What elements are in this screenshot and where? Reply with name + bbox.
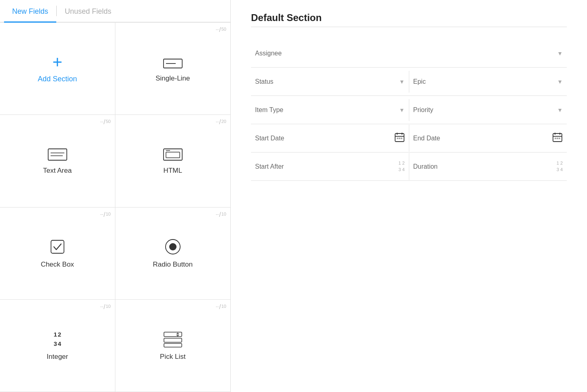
end-date-label: End Date	[413, 135, 549, 142]
add-section-plus-icon: +	[52, 54, 62, 71]
item-type-dropdown-arrow: ▼	[399, 107, 405, 113]
html-label: HTML	[164, 167, 182, 175]
epic-dropdown-arrow: ▼	[557, 78, 563, 85]
text-area-label: Text Area	[43, 167, 72, 175]
duration-number-icon: 12 34	[557, 160, 563, 173]
item-type-field[interactable]: Item Type ▼	[251, 99, 409, 121]
svg-rect-12	[164, 338, 182, 342]
svg-rect-26	[555, 138, 556, 139]
text-area-badge: -- / 50	[100, 119, 111, 125]
svg-rect-27	[557, 138, 558, 139]
status-field[interactable]: Status ▼	[251, 71, 409, 93]
end-date-calendar-icon	[552, 132, 563, 144]
fields-grid: + Add Section -- / 50 Single-Line -- /	[0, 23, 230, 392]
duration-label: Duration	[413, 163, 553, 170]
duration-field[interactable]: Duration 12 34	[409, 153, 567, 180]
check-box-icon	[49, 238, 66, 256]
check-box-label: Check Box	[41, 261, 74, 269]
text-area-icon	[47, 147, 68, 162]
start-after-number-icon: 12 34	[398, 160, 404, 173]
status-label: Status	[255, 78, 395, 85]
right-panel: Default Section Assignee ▼ Status ▼ Epic…	[231, 0, 587, 392]
priority-field[interactable]: Priority ▼	[409, 99, 567, 121]
pick-list-badge: -- / 10	[216, 304, 226, 310]
status-epic-row: Status ▼ Epic ▼	[251, 68, 567, 96]
epic-field[interactable]: Epic ▼	[409, 71, 567, 93]
html-cell[interactable]: -- / 20 HTML	[115, 115, 231, 207]
tab-unused-fields[interactable]: Unused Fields	[57, 0, 119, 23]
left-panel: New Fields Unused Fields + Add Section -…	[0, 0, 231, 392]
integer-cell[interactable]: -- / 10 12 34 Integer	[0, 300, 115, 392]
single-line-icon	[163, 55, 183, 70]
check-box-cell[interactable]: -- / 10 Check Box	[0, 208, 115, 300]
epic-label: Epic	[413, 78, 553, 85]
start-after-label: Start After	[255, 163, 394, 170]
assignee-row: Assignee ▼	[251, 39, 567, 68]
integer-badge: -- / 10	[100, 304, 111, 310]
check-box-badge: -- / 10	[100, 212, 111, 218]
single-line-label: Single-Line	[155, 74, 190, 83]
svg-rect-19	[397, 138, 398, 139]
start-end-date-row: Start Date End Date	[251, 124, 567, 153]
start-after-field[interactable]: Start After 12 34	[251, 153, 409, 180]
add-section-label: Add Section	[38, 75, 77, 83]
svg-point-10	[169, 243, 177, 250]
tab-new-fields[interactable]: New Fields	[4, 0, 56, 23]
priority-dropdown-arrow: ▼	[557, 107, 563, 113]
integer-icon: 12 34	[53, 330, 61, 348]
svg-rect-2	[48, 149, 67, 160]
html-badge: -- / 20	[216, 119, 226, 125]
item-type-label: Item Type	[255, 106, 395, 114]
start-date-label: Start Date	[255, 135, 390, 142]
assignee-label: Assignee	[255, 50, 553, 57]
pick-list-label: Pick List	[160, 353, 185, 361]
svg-rect-11	[164, 332, 182, 337]
svg-rect-8	[51, 240, 64, 253]
html-icon	[163, 147, 183, 162]
single-line-badge: -- / 50	[216, 27, 226, 33]
tabs-container: New Fields Unused Fields	[0, 0, 230, 23]
status-dropdown-arrow: ▼	[399, 78, 405, 85]
priority-label: Priority	[413, 106, 553, 114]
svg-rect-13	[164, 343, 182, 347]
add-section-cell[interactable]: + Add Section	[0, 23, 115, 115]
single-line-cell[interactable]: -- / 50 Single-Line	[115, 23, 231, 115]
start-after-duration-row: Start After 12 34 Duration 12 34	[251, 153, 567, 181]
integer-label: Integer	[47, 353, 68, 361]
section-title: Default Section	[251, 12, 567, 23]
assignee-dropdown-arrow: ▼	[557, 50, 563, 57]
assignee-field[interactable]: Assignee ▼	[251, 42, 567, 64]
section-divider	[251, 27, 567, 27]
end-date-field[interactable]: End Date	[409, 125, 567, 152]
start-date-calendar-icon	[394, 132, 405, 144]
start-date-field[interactable]: Start Date	[251, 125, 409, 152]
svg-rect-28	[559, 138, 560, 139]
text-area-cell[interactable]: -- / 50 Text Area	[0, 115, 115, 207]
radio-button-badge: -- / 10	[216, 212, 226, 218]
pick-list-cell[interactable]: -- / 10 Pick List	[115, 300, 231, 392]
radio-button-cell[interactable]: -- / 10 Radio Button	[115, 208, 231, 300]
item-type-priority-row: Item Type ▼ Priority ▼	[251, 96, 567, 124]
svg-rect-21	[401, 138, 402, 139]
pick-list-icon	[163, 330, 183, 348]
svg-rect-20	[399, 138, 400, 139]
radio-button-label: Radio Button	[153, 261, 193, 269]
radio-button-icon	[164, 238, 182, 256]
svg-rect-6	[166, 152, 180, 158]
